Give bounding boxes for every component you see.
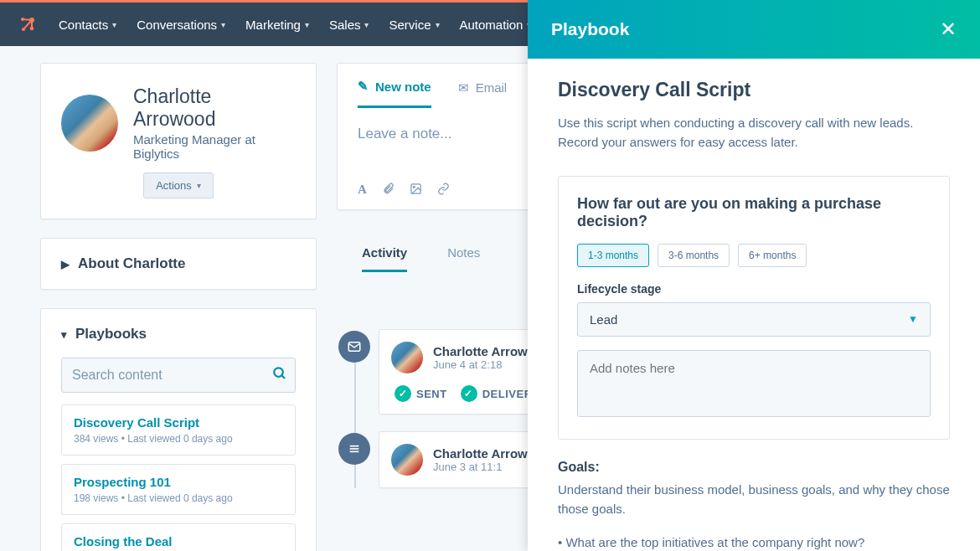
contact-name: Charlotte Arrowood	[133, 85, 296, 131]
paperclip-icon[interactable]	[382, 183, 395, 198]
chevron-down-icon: ▾	[221, 20, 225, 29]
playbook-item[interactable]: Closing the Deal	[61, 523, 296, 551]
image-icon[interactable]	[410, 183, 422, 198]
playbook-panel: Playbook ✕ Discovery Call Script Use thi…	[528, 0, 980, 551]
playbook-title: Discovery Call Script	[558, 79, 950, 101]
status-badge: ✓SENT	[395, 385, 447, 402]
tab-notes[interactable]: Notes	[447, 245, 480, 272]
playbook-item-title: Closing the Deal	[74, 534, 283, 548]
svg-point-7	[274, 368, 283, 377]
link-icon[interactable]	[437, 183, 450, 198]
nav-marketing[interactable]: Marketing▾	[245, 18, 309, 32]
bullet-item: What are the top initiatives at the comp…	[558, 532, 950, 551]
option-button[interactable]: 6+ months	[738, 244, 807, 267]
avatar	[391, 342, 423, 373]
tab-email[interactable]: ✉ Email	[458, 79, 508, 108]
chevron-down-icon: ▾	[436, 20, 440, 29]
panel-heading: Playbook	[551, 19, 629, 39]
svg-point-10	[413, 186, 415, 188]
playbook-item-title: Discovery Call Script	[74, 415, 283, 430]
playbook-item-meta: 198 views • Last viewed 0 days ago	[74, 492, 283, 504]
nav-sales[interactable]: Sales▾	[329, 18, 369, 32]
lifecycle-label: Lifecycle stage	[577, 282, 931, 296]
about-title: About Charlotte	[78, 255, 185, 272]
question-box: How far out are you on making a purchase…	[558, 176, 950, 440]
option-button[interactable]: 3-6 months	[658, 244, 730, 267]
timeline-line	[354, 363, 356, 488]
lines-icon	[338, 433, 370, 465]
search-icon[interactable]	[272, 366, 287, 384]
close-icon[interactable]: ✕	[940, 18, 957, 41]
lifecycle-select[interactable]: Lead ▼	[577, 302, 931, 337]
svg-line-8	[281, 375, 285, 378]
option-button[interactable]: 1-3 months	[577, 244, 649, 267]
chevron-down-icon: ▾	[61, 328, 67, 341]
hubspot-logo-icon[interactable]	[17, 13, 39, 35]
chevron-down-icon: ▾	[197, 181, 201, 190]
chevron-down-icon: ▾	[364, 20, 369, 29]
actions-button[interactable]: Actions ▾	[143, 173, 214, 198]
envelope-icon: ✉	[458, 80, 469, 95]
chevron-right-icon: ▶	[61, 258, 70, 270]
tab-new-note[interactable]: ✎ New note	[358, 79, 431, 108]
envelope-icon	[338, 331, 370, 363]
search-input[interactable]	[61, 358, 296, 393]
goals-heading: Goals:	[558, 460, 950, 475]
question-title: How far out are you on making a purchase…	[577, 195, 931, 230]
playbook-item[interactable]: Discovery Call Script 384 views • Last v…	[61, 404, 296, 456]
chevron-down-icon: ▼	[908, 313, 918, 325]
playbook-item[interactable]: Prospecting 101 198 views • Last viewed …	[61, 464, 296, 515]
goals-bullets: What are the top initiatives at the comp…	[558, 532, 950, 551]
goals-text: Understand their business model, busines…	[558, 480, 950, 519]
avatar	[391, 444, 423, 476]
check-icon: ✓	[461, 385, 477, 402]
profile-card: Charlotte Arrowood Marketing Manager at …	[40, 63, 317, 219]
about-card[interactable]: ▶ About Charlotte	[40, 238, 317, 290]
check-icon: ✓	[395, 385, 411, 402]
playbook-description: Use this script when conducting a discov…	[558, 113, 950, 152]
nav-conversations[interactable]: Conversations▾	[137, 18, 225, 32]
playbook-item-title: Prospecting 101	[74, 475, 283, 489]
nav-service[interactable]: Service▾	[389, 18, 439, 32]
svg-line-4	[23, 19, 32, 20]
pencil-icon: ✎	[358, 79, 369, 94]
avatar	[61, 95, 118, 152]
chevron-down-icon: ▾	[112, 20, 116, 29]
nav-automation[interactable]: Automation▾	[460, 18, 532, 32]
chevron-down-icon: ▾	[305, 20, 309, 29]
playbook-item-meta: 384 views • Last viewed 0 days ago	[74, 433, 283, 445]
playbooks-card: ▾ Playbooks Discovery Call Script 384 vi…	[40, 308, 317, 551]
contact-subtitle: Marketing Manager at Biglytics	[133, 132, 296, 161]
notes-textarea[interactable]	[577, 350, 931, 417]
nav-contacts[interactable]: Contacts▾	[59, 18, 116, 32]
format-text-icon[interactable]: A	[358, 183, 367, 198]
playbooks-toggle[interactable]: ▾ Playbooks	[61, 326, 296, 342]
tab-activity[interactable]: Activity	[362, 245, 407, 272]
